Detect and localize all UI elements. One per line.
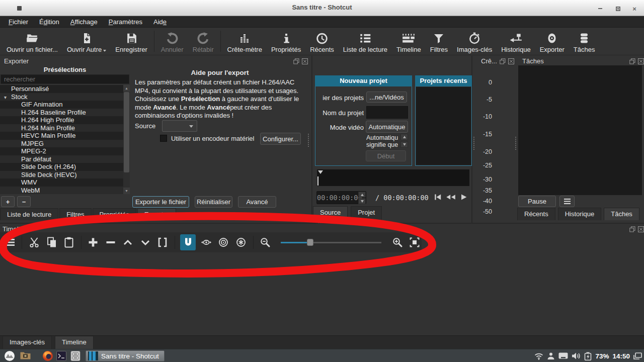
start-button[interactable]: Début	[366, 150, 406, 161]
archive-manager-icon[interactable]	[70, 351, 80, 361]
zoom-out-button[interactable]	[258, 235, 272, 250]
preset-item[interactable]: H.264 Main Profile	[0, 124, 123, 132]
bottom-tab[interactable]: Timeline	[55, 336, 94, 349]
dock-close-button[interactable]	[638, 226, 644, 232]
export-button[interactable]: Exporter	[535, 30, 569, 54]
jobs-menu-button[interactable]	[559, 196, 575, 207]
tree-expand-icon[interactable]: ▾	[4, 94, 11, 102]
preset-item[interactable]: MJPEG	[0, 140, 123, 148]
add-preset-button[interactable]: +	[1, 196, 15, 207]
file-manager-icon[interactable]	[20, 351, 31, 360]
menu-item[interactable]: Édition	[35, 17, 64, 27]
dock-tab[interactable]: Propriétés	[93, 208, 136, 220]
preset-item[interactable]: H.264 Baseline Profile	[0, 109, 123, 117]
history-button[interactable]: Historique	[497, 30, 535, 54]
menu-item[interactable]: Fichier	[4, 17, 33, 27]
hw-encoder-checkbox[interactable]	[160, 135, 167, 142]
dock-tab[interactable]: Liste de lecture	[0, 208, 58, 220]
paste-button[interactable]	[62, 235, 75, 250]
peak-meter-button[interactable]: Crête-mètre	[223, 30, 267, 54]
maximize-button[interactable]	[612, 5, 623, 12]
workspaces-icon[interactable]	[633, 352, 642, 360]
remove-preset-button[interactable]: −	[17, 196, 31, 207]
timecode-up-button[interactable]	[358, 192, 366, 198]
preset-item[interactable]: Slide Deck (HEVC)	[0, 171, 123, 179]
zoom-fit-button[interactable]	[408, 235, 422, 250]
export-file-button[interactable]: Exporter le fichier	[132, 196, 189, 208]
skip-to-start-button[interactable]	[433, 193, 442, 201]
scrollbar-thumb[interactable]	[124, 92, 129, 172]
dock-tab[interactable]: Récents	[517, 208, 555, 220]
scroll-up-icon[interactable]: ▲	[123, 85, 130, 92]
wifi-icon[interactable]	[534, 352, 543, 360]
terminal-icon[interactable]	[56, 351, 66, 361]
export-source-combo[interactable]	[162, 120, 197, 132]
preset-item[interactable]: WMV	[0, 178, 123, 187]
menu-item[interactable]: Affichage	[66, 17, 102, 27]
dock-float-button[interactable]	[629, 226, 635, 232]
redo-button[interactable]: Rétabir	[188, 30, 218, 54]
distro-menu-icon[interactable]	[4, 350, 15, 361]
reset-button[interactable]: Réinitialiser	[195, 196, 232, 208]
presets-scrollbar[interactable]: ▲ ▼	[123, 85, 130, 194]
preset-item[interactable]: ▾Stock	[0, 93, 123, 101]
keyframes-button[interactable]: Images-clés	[452, 30, 497, 54]
bottom-tab[interactable]: Images-clés	[3, 336, 52, 349]
scroll-down-button[interactable]	[400, 141, 408, 148]
dock-tab[interactable]: Tâches	[604, 208, 639, 220]
video-mode-combo[interactable]: Automatique	[366, 121, 408, 133]
properties-button[interactable]: Propriétés	[267, 30, 305, 54]
ripple-all-tracks-button[interactable]	[234, 235, 248, 250]
zoom-in-button[interactable]	[390, 235, 404, 250]
advanced-button[interactable]: Avancé	[238, 196, 276, 208]
timeline-menu-button[interactable]	[3, 235, 17, 250]
copy-button[interactable]	[45, 235, 58, 250]
player-tab[interactable]: Source	[313, 206, 348, 220]
close-button[interactable]: ×	[629, 5, 640, 12]
search-input[interactable]	[1, 74, 129, 84]
lift-button[interactable]	[121, 235, 135, 250]
play-button[interactable]	[459, 193, 467, 201]
dock-resize-grip[interactable]	[308, 134, 309, 147]
dock-resize-grip[interactable]	[473, 137, 474, 150]
player-tab[interactable]: Projet	[351, 206, 382, 220]
open-other-button[interactable]: Ouvrir Autre	[62, 30, 111, 54]
dock-float-button[interactable]	[293, 58, 299, 64]
scroll-down-icon[interactable]: ▼	[123, 188, 130, 194]
dock-resize-grip[interactable]	[515, 137, 516, 150]
project-name-input[interactable]	[366, 106, 408, 119]
save-button[interactable]: Enregistrer	[111, 30, 152, 54]
playhead-icon[interactable]	[318, 170, 323, 174]
ripple-button[interactable]	[217, 235, 230, 250]
zoom-slider-handle[interactable]	[307, 239, 313, 246]
timeline-button[interactable]: Timeline	[392, 30, 426, 54]
preset-item[interactable]: Slide Deck (H.264)	[0, 163, 123, 171]
pause-button[interactable]: Pause	[518, 196, 556, 207]
rewind-button[interactable]	[445, 193, 456, 201]
configure-button[interactable]: Configurer...	[260, 133, 301, 145]
jobs-button[interactable]: Tâches	[569, 30, 600, 54]
minimize-button[interactable]	[595, 5, 606, 12]
filters-button[interactable]: Filtres	[426, 30, 452, 54]
preset-item[interactable]: HEVC Main Profile	[0, 132, 123, 140]
dock-close-button[interactable]	[508, 58, 514, 64]
cut-button[interactable]	[27, 235, 41, 250]
undo-button[interactable]: Annuler	[156, 30, 188, 54]
dock-close-button[interactable]	[638, 58, 644, 64]
preset-item[interactable]: MPEG-2	[0, 147, 123, 155]
open-file-button[interactable]: Ouvrir un fichier...	[2, 30, 62, 54]
dock-tab[interactable]: Exporter	[137, 208, 176, 220]
preset-item[interactable]: H.264 High Profile	[0, 116, 123, 124]
taskbar-window-button[interactable]: Sans titre - Shotcut	[86, 350, 165, 361]
menu-item[interactable]: Paramètres	[104, 17, 147, 27]
dock-tab[interactable]: Historique	[558, 208, 602, 220]
dock-float-button[interactable]	[629, 58, 635, 64]
zoom-slider[interactable]	[281, 235, 373, 250]
projects-folder-button[interactable]: ...ne/Vidéos	[366, 92, 407, 103]
volume-icon[interactable]	[572, 352, 581, 360]
preset-item[interactable]: GIF Animation	[0, 101, 123, 109]
scrub-while-dragging-button[interactable]	[199, 235, 213, 250]
snap-button[interactable]	[180, 234, 196, 250]
display-icon[interactable]	[558, 352, 568, 360]
recent-button[interactable]: Récents	[305, 30, 339, 54]
